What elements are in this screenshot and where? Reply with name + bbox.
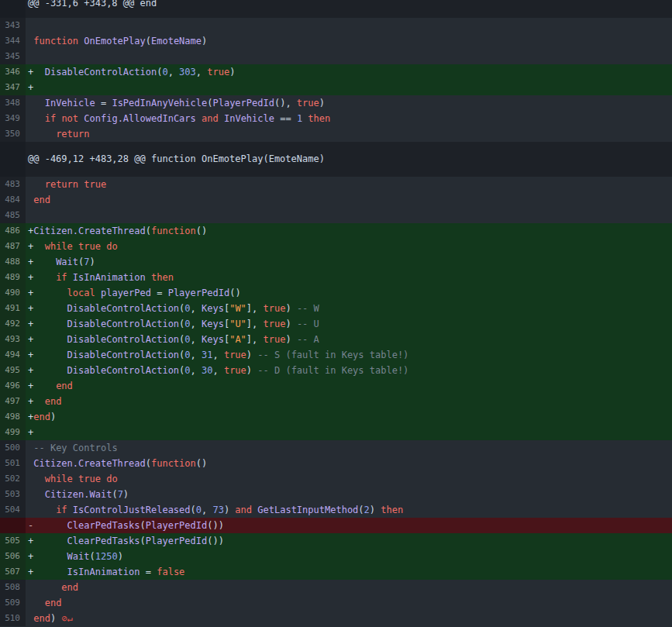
diff-row: 347+ (0, 80, 672, 95)
line-number[interactable]: 503 (0, 487, 26, 502)
code-line: + DisableControlAction(0, Keys["U"], tru… (26, 316, 672, 332)
diff-row: 345 (0, 49, 672, 64)
diff-row: 495+ DisableControlAction(0, 30, true) -… (0, 363, 672, 378)
code-token (196, 113, 202, 124)
diff-row: 490+ local playerPed = PlayerPedId() (0, 285, 672, 301)
code-token (33, 551, 67, 562)
code-token: and (235, 505, 252, 515)
code-token: then (151, 272, 174, 283)
line-number[interactable]: 487 (0, 239, 26, 254)
line-number[interactable]: 507 (0, 564, 26, 580)
code-token: (), (274, 98, 297, 109)
code-token: true (207, 67, 229, 78)
line-number[interactable]: 495 (0, 363, 26, 378)
line-number[interactable]: 349 (0, 111, 26, 126)
code-line: +Citizen.CreateThread(function() (26, 223, 672, 239)
code-token: 0 (184, 319, 190, 329)
diff-row: 484 end (0, 192, 672, 208)
line-number[interactable]: 502 (0, 471, 26, 487)
code-line (26, 18, 672, 33)
line-number[interactable]: 483 (0, 177, 26, 192)
line-number[interactable]: 490 (0, 285, 26, 301)
line-number[interactable]: 497 (0, 394, 26, 409)
code-token: ( (140, 536, 146, 546)
line-number[interactable]: 500 (0, 440, 26, 456)
line-number[interactable]: 494 (0, 347, 26, 363)
code-token (67, 505, 73, 515)
line-number[interactable]: 488 (0, 254, 26, 270)
line-number[interactable]: 345 (0, 49, 26, 64)
code-token: ( (358, 505, 364, 515)
code-token: 0 (162, 67, 167, 78)
code-line: end (26, 580, 672, 595)
code-line: while true do (26, 471, 672, 487)
code-token: 7 (118, 489, 123, 500)
code-token: = (151, 288, 168, 298)
code-token: true (264, 319, 286, 329)
line-number (0, 0, 26, 18)
code-token: () (196, 458, 207, 469)
code-token: ) (118, 551, 123, 562)
line-number[interactable]: 348 (0, 95, 26, 111)
code-token: IsInAnimation (73, 272, 146, 283)
diff-row: 348 InVehicle = IsPedInAnyVehicle(Player… (0, 95, 672, 111)
line-number[interactable]: 484 (0, 192, 26, 208)
code-token: ) (319, 98, 325, 109)
line-number[interactable]: 506 (0, 549, 26, 564)
code-token: , (202, 505, 212, 515)
code-token: true (224, 365, 246, 376)
line-number[interactable]: 347 (0, 80, 26, 95)
line-number[interactable]: 504 (0, 502, 26, 518)
line-number[interactable]: 346 (0, 64, 26, 80)
line-number[interactable]: 486 (0, 223, 26, 239)
code-token (95, 288, 101, 298)
code-line (26, 49, 672, 64)
code-token: ( (140, 520, 146, 531)
code-token (28, 129, 56, 140)
code-token: ) (224, 505, 235, 515)
code-token (28, 598, 45, 608)
no-newline-icon: ⊘↵ (61, 613, 72, 624)
code-token: end (45, 396, 62, 407)
line-number[interactable]: 343 (0, 18, 26, 33)
diff-row: 492+ DisableControlAction(0, Keys["U"], … (0, 316, 672, 332)
diff-row: 493+ DisableControlAction(0, Keys["A"], … (0, 332, 672, 347)
line-number[interactable]: 491 (0, 301, 26, 316)
line-number[interactable]: 493 (0, 332, 26, 347)
line-number[interactable]: 510 (0, 611, 26, 626)
code-token: EmoteName (151, 36, 202, 47)
code-token: ()) (207, 520, 224, 531)
diff-row: 343 (0, 18, 672, 33)
line-number[interactable]: 344 (0, 33, 26, 49)
line-number[interactable]: 350 (0, 126, 26, 142)
line-number[interactable]: 485 (0, 208, 26, 223)
line-number[interactable]: 496 (0, 378, 26, 394)
code-token: end (33, 613, 50, 624)
code-token: function (151, 226, 196, 236)
code-token: then (308, 113, 330, 124)
code-token: -- S (fault in Keys table!) (257, 350, 408, 360)
line-number[interactable]: 489 (0, 270, 26, 285)
code-line: + end (26, 394, 672, 409)
code-token: @@ -331,6 +343,8 @@ end (28, 0, 157, 9)
code-token: while (45, 474, 73, 484)
code-token (33, 536, 67, 546)
code-token: do (106, 474, 117, 484)
line-number[interactable]: 505 (0, 533, 26, 549)
line-number[interactable]: 498 (0, 409, 26, 425)
code-line: Citizen.Wait(7) (26, 487, 672, 502)
line-number[interactable]: 508 (0, 580, 26, 595)
diff-row: 508 end (0, 580, 672, 595)
line-number[interactable]: 509 (0, 595, 26, 611)
code-line: + local playerPed = PlayerPedId() (26, 285, 672, 301)
code-line: + DisableControlAction(0, 31, true) -- S… (26, 347, 672, 363)
line-number[interactable]: 492 (0, 316, 26, 332)
code-token (33, 381, 56, 391)
line-number[interactable]: 499 (0, 425, 26, 440)
line-number[interactable]: 501 (0, 456, 26, 471)
code-token (28, 505, 56, 515)
line-number (0, 142, 26, 177)
diff-row: 496+ end (0, 378, 672, 394)
code-token: Citizen.Wait (45, 489, 112, 500)
code-line: end (26, 192, 672, 208)
